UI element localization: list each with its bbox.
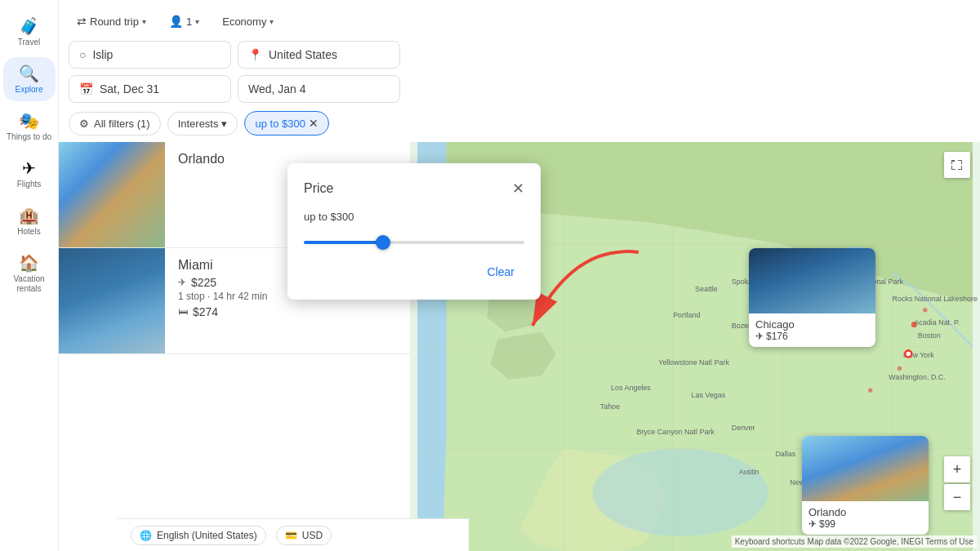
- language-label: English (United States): [157, 530, 257, 541]
- svg-point-4: [593, 449, 768, 536]
- zoom-out-button[interactable]: −: [944, 484, 970, 510]
- destination-input-box[interactable]: 📍: [238, 41, 400, 69]
- cabin-class-button[interactable]: Economy ▾: [214, 11, 282, 33]
- popup-close-icon: ✕: [512, 180, 524, 198]
- vacation-rentals-icon: 🏠: [19, 253, 39, 273]
- interests-chevron-icon: ▾: [221, 118, 227, 130]
- currency-button[interactable]: 💳 USD: [276, 526, 332, 545]
- sidebar-item-explore-label: Explore: [16, 85, 43, 95]
- price-popup: Price ✕ up to $300 Clear: [287, 163, 541, 300]
- miami-flight-icon: ✈: [178, 277, 186, 288]
- svg-point-9: [868, 388, 872, 392]
- svg-text:Austin: Austin: [739, 468, 760, 476]
- svg-text:Denver: Denver: [732, 424, 755, 432]
- popup-header: Price ✕: [304, 180, 524, 198]
- svg-point-8: [898, 367, 902, 371]
- sidebar-item-explore[interactable]: 🔍 Explore: [3, 57, 56, 101]
- origin-icon: ○: [79, 48, 86, 61]
- interests-label: Interests: [178, 118, 219, 130]
- passengers-label: 1: [186, 16, 192, 28]
- orlando-city-card[interactable]: Orlando ✈ $99: [802, 436, 929, 535]
- orlando-flight-icon: ✈: [808, 518, 817, 530]
- things-to-do-icon: 🎭: [19, 111, 39, 131]
- clear-button[interactable]: Clear: [478, 260, 524, 283]
- sidebar-item-flights[interactable]: ✈ Flights: [3, 152, 56, 196]
- zoom-in-button[interactable]: +: [944, 456, 970, 482]
- chicago-price-value: $176: [766, 331, 788, 342]
- sidebar-item-hotels-label: Hotels: [17, 227, 40, 237]
- calendar-icon: 📅: [79, 82, 93, 96]
- sidebar-item-things-to-do[interactable]: 🎭 Things to do: [3, 104, 56, 149]
- origin-input[interactable]: [92, 48, 220, 61]
- popup-title: Price: [304, 181, 333, 196]
- chicago-city-name: Chicago: [755, 318, 869, 331]
- explore-icon: 🔍: [19, 64, 39, 83]
- chicago-city-card[interactable]: Chicago ✈ $176: [749, 248, 875, 347]
- popup-close-button[interactable]: ✕: [512, 180, 524, 198]
- svg-text:Tahoe: Tahoe: [600, 402, 620, 411]
- price-chip-label: up to $300: [255, 118, 305, 130]
- currency-label: USD: [302, 530, 323, 541]
- chicago-card-image: [749, 248, 875, 313]
- sidebar-item-travel-label: Travel: [18, 38, 40, 47]
- hotels-icon: 🏨: [19, 206, 39, 225]
- miami-hotel-icon: 🛏: [178, 306, 188, 318]
- sidebar-item-travel[interactable]: 🧳 Travel: [3, 10, 56, 54]
- search-panel: ⇄ Round trip ▾ 👤 1 ▾ Economy ▾ ○ 📍: [59, 0, 410, 142]
- passengers-button[interactable]: 👤 1 ▾: [161, 10, 207, 33]
- price-chip-close-icon[interactable]: ✕: [309, 117, 318, 130]
- date-to-box[interactable]: Wed, Jan 4: [238, 75, 400, 103]
- miami-image: [59, 248, 165, 354]
- svg-text:Rocks National Lakeshore: Rocks National Lakeshore: [893, 295, 978, 303]
- sidebar-item-hotels[interactable]: 🏨 Hotels: [3, 199, 56, 243]
- orlando-image: [59, 142, 165, 248]
- chicago-card-label: Chicago ✈ $176: [749, 313, 875, 347]
- slider-container: [304, 233, 524, 247]
- sidebar-item-vacation-rentals-label: Vacation rentals: [7, 274, 52, 294]
- orlando-price-value: $99: [819, 518, 835, 530]
- all-filters-button[interactable]: ⚙ All filters (1): [69, 112, 161, 136]
- chicago-card-price: ✈ $176: [755, 331, 869, 342]
- cabin-class-label: Economy: [222, 16, 266, 28]
- svg-text:Seattle: Seattle: [695, 285, 718, 293]
- miami-image-placeholder: [59, 248, 165, 354]
- price-chip[interactable]: up to $300 ✕: [244, 111, 328, 136]
- sidebar-item-vacation-rentals[interactable]: 🏠 Vacation rentals: [3, 247, 56, 300]
- miami-hotel-price: $274: [193, 305, 218, 318]
- all-filters-label: All filters (1): [94, 118, 150, 130]
- cabin-chevron-icon: ▾: [270, 17, 274, 26]
- svg-point-41: [906, 352, 911, 356]
- expand-icon: [951, 159, 963, 171]
- globe-icon: 🌐: [140, 530, 152, 541]
- price-label: up to $300: [304, 211, 524, 223]
- origin-input-box[interactable]: ○: [69, 41, 231, 69]
- price-slider[interactable]: [304, 241, 524, 244]
- date-from-box[interactable]: 📅 Sat, Dec 31: [69, 75, 231, 103]
- trip-type-button[interactable]: ⇄ Round trip ▾: [69, 10, 154, 33]
- search-controls: ⇄ Round trip ▾ 👤 1 ▾ Economy ▾: [69, 10, 400, 33]
- trip-type-chevron-icon: ▾: [142, 17, 146, 26]
- date-from-label: Sat, Dec 31: [100, 82, 159, 96]
- svg-text:Washington, D.C.: Washington, D.C.: [889, 373, 946, 381]
- orlando-card-image: [802, 436, 929, 501]
- destination-input[interactable]: [269, 48, 390, 61]
- interests-chip[interactable]: Interests ▾: [167, 112, 238, 136]
- miami-hotel-row: 🛏 $274: [178, 305, 397, 318]
- passengers-chevron-icon: ▾: [195, 17, 199, 26]
- orlando-card-price: ✈ $99: [808, 518, 922, 530]
- svg-text:Dallas: Dallas: [775, 450, 795, 458]
- svg-text:Bryce Canyon Natl Park: Bryce Canyon Natl Park: [636, 428, 715, 436]
- expand-map-button[interactable]: [944, 152, 970, 178]
- filters-row: ⚙ All filters (1) Interests ▾ up to $300…: [69, 111, 400, 136]
- svg-text:Portland: Portland: [673, 311, 700, 319]
- chicago-flight-icon: ✈: [755, 331, 764, 342]
- miami-flight-price: $225: [191, 276, 216, 289]
- destination-icon: 📍: [248, 48, 262, 61]
- trip-type-label: Round trip: [90, 16, 139, 28]
- date-to-label: Wed, Jan 4: [248, 82, 306, 96]
- svg-text:Las Vegas: Las Vegas: [692, 391, 726, 399]
- svg-text:Los Angeles: Los Angeles: [611, 384, 651, 392]
- language-button[interactable]: 🌐 English (United States): [131, 526, 266, 545]
- svg-point-7: [923, 308, 927, 312]
- sidebar-item-flights-label: Flights: [17, 180, 41, 189]
